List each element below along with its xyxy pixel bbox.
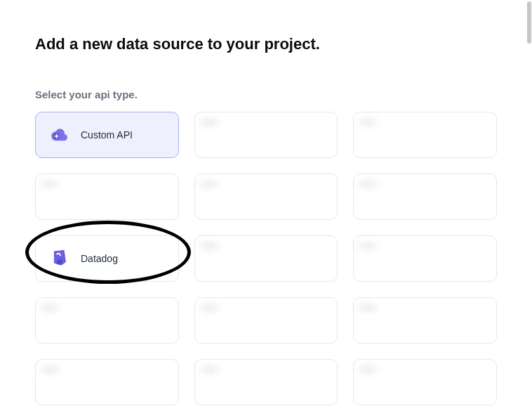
api-option-2[interactable] <box>194 112 338 158</box>
blank-icon <box>209 187 229 207</box>
blank-icon <box>209 125 229 145</box>
api-option-14[interactable] <box>194 359 338 405</box>
select-api-subtitle: Select your api type. <box>35 89 497 100</box>
blank-icon <box>368 249 387 268</box>
scrollbar-track[interactable] <box>526 0 532 411</box>
api-option-6[interactable] <box>353 174 497 220</box>
api-option-11[interactable] <box>194 297 338 344</box>
api-option-9[interactable] <box>353 235 497 282</box>
blank-icon <box>368 372 387 392</box>
api-option-10[interactable] <box>35 297 179 344</box>
api-option-15[interactable] <box>353 359 497 405</box>
scrollbar-thumb[interactable] <box>527 1 531 44</box>
api-option-13[interactable] <box>35 359 179 405</box>
svg-point-1 <box>58 254 59 256</box>
api-option-8[interactable] <box>194 235 338 282</box>
blank-icon <box>50 187 69 207</box>
api-option-datadog[interactable]: Datadog <box>35 235 179 282</box>
api-option-5[interactable] <box>194 174 338 220</box>
blank-icon <box>209 311 229 330</box>
cloud-plus-icon <box>50 125 69 145</box>
blank-icon <box>209 249 229 268</box>
blank-icon <box>50 311 69 330</box>
blank-icon <box>368 125 387 145</box>
blank-icon <box>50 372 69 392</box>
api-option-label: Custom API <box>81 129 133 141</box>
blank-icon <box>209 372 229 392</box>
api-option-4[interactable] <box>35 174 179 220</box>
blank-icon <box>368 187 387 207</box>
blank-icon <box>368 311 387 330</box>
api-type-grid: Custom API <box>35 112 497 405</box>
api-option-12[interactable] <box>353 297 497 344</box>
api-option-custom-api[interactable]: Custom API <box>35 112 179 158</box>
datadog-icon <box>50 249 69 268</box>
api-option-label: Datadog <box>81 253 118 264</box>
api-option-3[interactable] <box>353 112 497 158</box>
page-title: Add a new data source to your project. <box>35 35 497 53</box>
